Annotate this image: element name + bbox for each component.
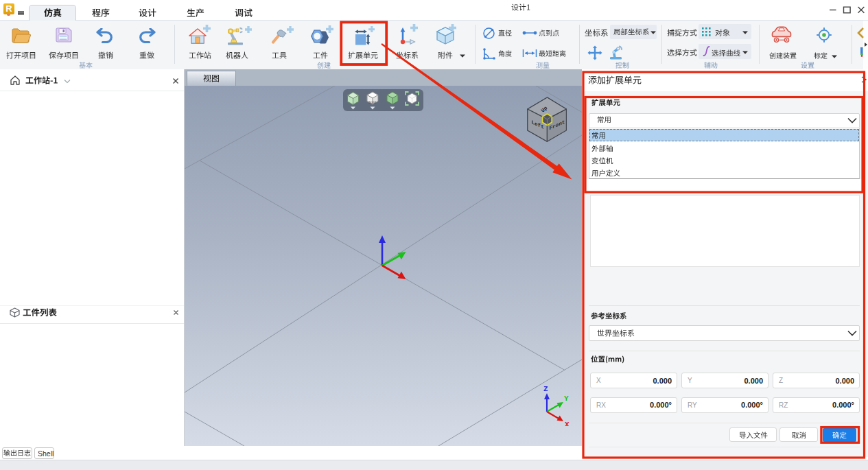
svg-text:X: X	[565, 421, 570, 426]
svg-text:Z: Z	[543, 385, 548, 393]
svg-text:Solid: Solid	[368, 100, 376, 104]
svg-text:Y: Y	[564, 395, 569, 403]
